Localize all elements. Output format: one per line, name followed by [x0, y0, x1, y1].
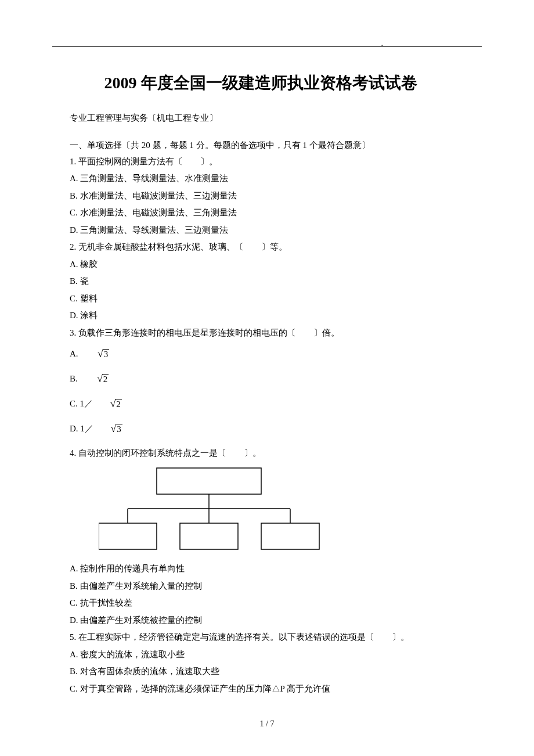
q5-stem: 5. 在工程实际中，经济管径确定定与流速的选择有关。以下表述错误的选项是〔 〕。 — [52, 630, 482, 645]
q1-option-d: D. 三角测量法、导线测量法、三边测量法 — [52, 223, 482, 238]
q5-option-c: C. 对于真空管路，选择的流速必须保证产生的压力降△P 高于允许值 — [52, 682, 482, 697]
sqrt-icon: √3 — [93, 421, 122, 438]
q4-option-a: A. 控制作用的传递具有单向性 — [52, 561, 482, 577]
svg-rect-7 — [180, 523, 238, 549]
q5-option-b: B. 对含有固体杂质的流体，流速取大些 — [52, 664, 482, 679]
sqrt-icon: √3 — [80, 346, 109, 363]
q3-a-prefix: A. — [70, 349, 80, 358]
q2-option-a: A. 橡胶 — [52, 257, 482, 272]
q4-option-c: C. 抗干扰性较差 — [52, 596, 482, 611]
q4-stem: 4. 自动控制的闭环控制系统特点之一是〔 〕。 — [52, 446, 482, 461]
q3-option-a: A. √3 — [52, 346, 482, 363]
page-footer: 1 / 7 — [52, 719, 482, 729]
q3-option-b: B. √2 — [52, 371, 482, 388]
q3-option-d: D. 1／√3 — [52, 421, 482, 438]
exam-subtitle: 专业工程管理与实务〔机电工程专业〕 — [52, 113, 482, 124]
q1-option-a: A. 三角测量法、导线测量法、水准测量法 — [52, 171, 482, 186]
q1-option-b: B. 水准测量法、电磁波测量法、三边测量法 — [52, 189, 482, 204]
q2-option-c: C. 塑料 — [52, 291, 482, 307]
q5-option-a: A. 密度大的流体，流速取小些 — [52, 647, 482, 663]
q4-diagram — [99, 465, 482, 555]
section-1-heading: 一、单项选择〔共 20 题，每题 1 分。每题的备选项中，只有 1 个最符合题意… — [52, 140, 482, 151]
exam-page: 2009 年度全国一级建造师执业资格考试试卷 专业工程管理与实务〔机电工程专业〕… — [0, 0, 534, 752]
svg-rect-8 — [261, 523, 319, 549]
svg-rect-6 — [99, 523, 157, 549]
sqrt-icon: √2 — [93, 396, 122, 413]
q4-option-b: B. 由偏差产生对系统输入量的控制 — [52, 579, 482, 594]
q2-stem: 2. 无机非金属硅酸盐材料包括水泥、玻璃、〔 〕等。 — [52, 240, 482, 255]
q2-option-d: D. 涂料 — [52, 308, 482, 323]
q3-stem: 3. 负载作三角形连接时的相电压是星形连接时的相电压的〔 〕倍。 — [52, 326, 482, 341]
sqrt-icon: √2 — [80, 371, 109, 388]
q3-option-c: C. 1／√2 — [52, 396, 482, 413]
exam-title: 2009 年度全国一级建造师执业资格考试试卷 — [52, 70, 482, 96]
q4-option-d: D. 由偏差产生对系统被控量的控制 — [52, 613, 482, 628]
q1-option-c: C. 水准测量法、电磁波测量法、三角测量法 — [52, 206, 482, 221]
q3-c-prefix: C. 1／ — [70, 399, 93, 408]
header-rule — [52, 46, 482, 47]
q1-stem: 1. 平面控制网的测量方法有〔 〕。 — [52, 154, 482, 170]
q2-option-b: B. 瓷 — [52, 274, 482, 289]
q3-d-prefix: D. 1／ — [70, 424, 93, 433]
q3-b-prefix: B. — [70, 374, 80, 383]
org-chart-icon — [99, 465, 331, 552]
svg-rect-0 — [157, 468, 261, 494]
